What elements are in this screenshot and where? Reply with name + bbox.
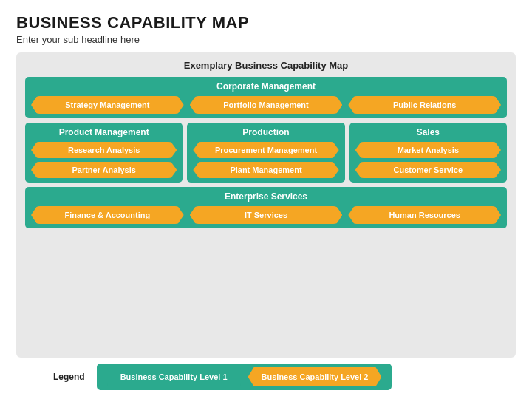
pill-customer-service[interactable]: Customer Service xyxy=(355,162,501,178)
pill-portfolio-management[interactable]: Portfolio Management xyxy=(190,96,343,114)
production-section: Production Procurement Management Plant … xyxy=(187,123,344,183)
pill-procurement-management[interactable]: Procurement Management xyxy=(193,142,338,158)
product-management-section: Product Management Research Analysis Par… xyxy=(25,123,183,183)
enterprise-pills: Finance & Accounting IT Services Human R… xyxy=(31,206,501,224)
pill-public-relations[interactable]: Public Relations xyxy=(348,96,501,114)
sales-section: Sales Market Analysis Customer Service xyxy=(349,123,507,183)
pill-it-services[interactable]: IT Services xyxy=(190,206,343,224)
pill-partner-analysis[interactable]: Partner Analysis xyxy=(31,162,177,178)
pill-plant-management[interactable]: Plant Management xyxy=(193,162,338,178)
page: BUSINESS CAPABILITY MAP Enter your sub h… xyxy=(0,0,532,399)
sales-title: Sales xyxy=(355,127,501,137)
production-title: Production xyxy=(193,127,338,137)
corporate-section: Corporate Management Strategy Management… xyxy=(25,77,507,118)
product-management-title: Product Management xyxy=(31,127,177,137)
legend-wrapper: Business Capability Level 1 Business Cap… xyxy=(97,364,392,390)
pill-human-resources[interactable]: Human Resources xyxy=(348,206,501,224)
page-title: BUSINESS CAPABILITY MAP xyxy=(16,13,516,33)
pill-finance-accounting[interactable]: Finance & Accounting xyxy=(31,206,184,224)
pill-strategy-management[interactable]: Strategy Management xyxy=(31,96,184,114)
product-management-pills: Research Analysis Partner Analysis xyxy=(31,142,177,178)
sales-pills: Market Analysis Customer Service xyxy=(355,142,501,178)
page-subtitle: Enter your sub headline here xyxy=(16,34,516,45)
pill-market-analysis[interactable]: Market Analysis xyxy=(355,142,501,158)
enterprise-section: Enterprise Services Finance & Accounting… xyxy=(25,187,507,228)
production-pills: Procurement Management Plant Management xyxy=(193,142,338,178)
enterprise-title: Enterprise Services xyxy=(31,191,501,202)
capability-map: Exemplary Business Capability Map Corpor… xyxy=(16,52,516,358)
legend-row: Legend Business Capability Level 1 Busin… xyxy=(16,364,516,390)
map-title: Exemplary Business Capability Map xyxy=(25,60,507,71)
legend-level2: Business Capability Level 2 xyxy=(248,367,382,386)
legend-level1: Business Capability Level 1 xyxy=(107,367,241,386)
pill-research-analysis[interactable]: Research Analysis xyxy=(31,142,177,158)
legend-label: Legend xyxy=(53,372,85,382)
middle-section: Product Management Research Analysis Par… xyxy=(25,123,507,183)
corporate-pills: Strategy Management Portfolio Management… xyxy=(31,96,501,114)
corporate-title: Corporate Management xyxy=(31,81,501,92)
